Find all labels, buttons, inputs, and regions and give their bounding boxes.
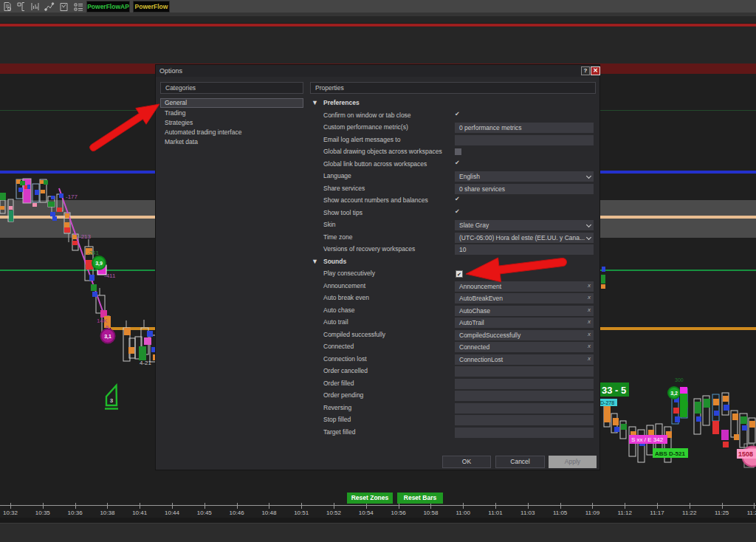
svg-text:-177: -177 <box>66 193 78 200</box>
svg-text:D-278: D-278 <box>600 400 614 405</box>
svg-text:300: 300 <box>675 377 684 383</box>
svg-text:3,9: 3,9 <box>95 261 103 267</box>
svg-text:1508: 1508 <box>738 450 753 458</box>
svg-text:-213: -213 <box>79 233 92 240</box>
svg-text:3,1: 3,1 <box>104 334 111 340</box>
svg-text:14K: 14K <box>97 318 108 324</box>
svg-text:S xx / E 342: S xx / E 342 <box>631 436 664 443</box>
svg-text:-241: -241 <box>87 250 100 256</box>
svg-text:ABS D-521: ABS D-521 <box>655 450 685 457</box>
svg-text:3,2: 3,2 <box>670 391 678 397</box>
svg-text:3: 3 <box>110 397 114 404</box>
svg-text:33 - 5: 33 - 5 <box>602 385 626 396</box>
svg-text:4-21: 4-21 <box>140 360 152 366</box>
